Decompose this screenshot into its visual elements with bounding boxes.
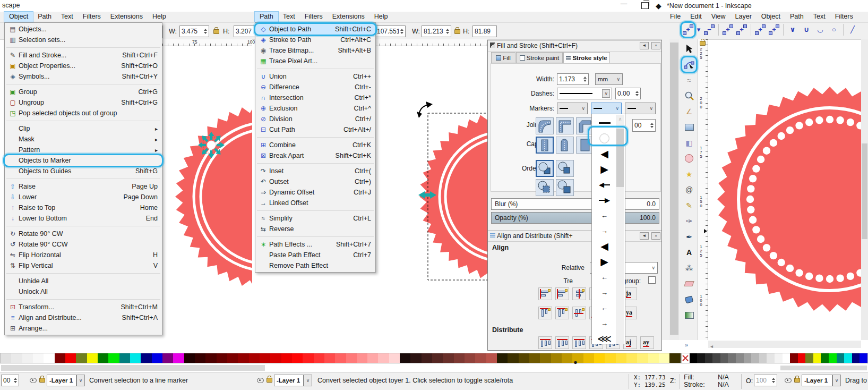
color-swatch[interactable] [173, 353, 184, 363]
order-markers-fill-stroke-button[interactable] [536, 179, 554, 196]
menu-item-unlock-all[interactable]: Unlock All [5, 286, 162, 297]
menubar-item-layer[interactable]: Layer [731, 12, 757, 22]
color-swatch[interactable] [744, 353, 752, 363]
w3-badge-dot[interactable] [746, 196, 754, 203]
menu-item-combine[interactable]: ⊞CombineCtrl+K [255, 140, 375, 150]
w2-lock-ratio-icon[interactable] [454, 29, 460, 34]
menu-item-stroke-to-path[interactable]: ◈Stroke to PathCtrl+Alt+C [255, 35, 375, 45]
w3-fill-label[interactable]: Fill: [684, 374, 694, 381]
w3-badge-dot[interactable] [847, 118, 854, 126]
color-swatch[interactable] [540, 353, 551, 363]
order-fill-stroke-markers-button[interactable] [536, 160, 554, 177]
width-unit-dropdown[interactable]: mm∨ [595, 73, 623, 85]
color-swatch[interactable] [195, 353, 205, 363]
eraser-tool[interactable] [682, 277, 696, 291]
menu-item-trace-pixel-art[interactable]: ▦Trace Pixel Art... [255, 56, 375, 66]
color-swatch[interactable] [87, 353, 98, 363]
w3-badge-dot[interactable] [749, 175, 757, 182]
distribute-centers-horizontally-button[interactable] [555, 336, 569, 349]
menu-item-align-and-distribute[interactable]: ≡Align and Distribute...Shift+Ctrl+A [5, 312, 162, 323]
color-swatch[interactable] [486, 353, 497, 363]
line-to-curve-button[interactable]: ╱ [846, 23, 859, 37]
align-dock-button[interactable]: ◄ [640, 232, 649, 240]
menu-item-rotate-90-ccw[interactable]: ↺Rotate 90° CCW [5, 239, 162, 250]
color-swatch[interactable] [44, 353, 54, 363]
color-swatch[interactable] [767, 353, 775, 363]
w3-badge-dot[interactable] [795, 269, 803, 276]
color-swatch[interactable] [798, 353, 806, 363]
corner-node-button[interactable]: ∨ [786, 23, 799, 37]
text-tool[interactable]: A [682, 245, 696, 260]
marker-option-marker-arrow-tiny-end[interactable]: ← [592, 300, 616, 316]
menubar-item-filters[interactable]: Filters [830, 12, 858, 22]
w3-layer-lock-icon[interactable] [794, 378, 800, 383]
tab-fill[interactable]: Fill [491, 52, 515, 63]
menu-item-pattern[interactable]: Pattern▸ [5, 145, 162, 155]
menu-item-simplify[interactable]: ≈SimplifyCtrl+L [255, 213, 375, 224]
w3-vertical-scrollbar[interactable] [861, 39, 868, 340]
color-swatch[interactable] [775, 353, 783, 363]
w3-badge-dot[interactable] [778, 132, 785, 140]
marker-option-marker-arrow-small-end[interactable]: ← [592, 208, 616, 223]
dialog-header[interactable]: Fill and Stroke (Shift+Ctrl+F) ◄ × [488, 40, 661, 52]
menu-item-exclusion[interactable]: ⊕ExclusionCtrl+^ [255, 103, 375, 114]
menu-item-inset[interactable]: ↷InsetCtrl+( [255, 166, 375, 176]
stroke-width-spinbox[interactable]: 1.173 [557, 73, 589, 85]
color-swatch[interactable] [119, 353, 130, 363]
color-swatch[interactable] [55, 353, 65, 363]
color-swatch[interactable] [378, 353, 389, 363]
symmetric-node-button[interactable]: ◡ [814, 23, 827, 37]
color-swatch[interactable] [238, 353, 248, 363]
align-panel-header[interactable]: Align and Distribute (Shift+ ◄ × [488, 230, 661, 242]
w3-badge-dot[interactable] [826, 275, 833, 283]
spiral-tool[interactable]: @ [682, 183, 696, 197]
delete-node-button[interactable]: − [703, 23, 716, 37]
menu-item-rotate-90-cw[interactable]: ↻Rotate 90° CW [5, 228, 162, 239]
color-swatch[interactable] [303, 353, 313, 363]
paint-bucket-tool[interactable] [682, 292, 696, 307]
color-swatch[interactable] [508, 353, 518, 363]
color-swatch[interactable] [605, 353, 615, 363]
gradient-tool[interactable] [682, 308, 696, 323]
w2-layer-selector[interactable]: -Layer 1 [274, 375, 304, 386]
palette-scroll-right-icon[interactable]: » [685, 342, 688, 348]
w1-badge-shape[interactable] [175, 104, 252, 290]
w3-badge-dot[interactable] [815, 275, 823, 282]
color-swatch[interactable] [712, 353, 720, 363]
color-swatch[interactable] [389, 353, 400, 363]
color-swatch[interactable] [227, 353, 238, 363]
w3-badge-dot[interactable] [752, 226, 760, 233]
mid-marker-dropdown[interactable]: ∨ [591, 103, 622, 114]
w2-scrollbar-thumb[interactable] [670, 43, 678, 335]
color-swatch[interactable] [659, 353, 669, 363]
smooth-node-button[interactable]: ∪ [800, 23, 813, 37]
menu-item-fill-and-stroke[interactable]: ✎Fill and Stroke...Shift+Ctrl+F [5, 50, 162, 61]
color-swatch[interactable] [141, 353, 151, 363]
color-swatch[interactable] [705, 353, 713, 363]
color-swatch[interactable] [162, 353, 173, 363]
menu-item-ungroup[interactable]: ▢UngroupShift+Ctrl+G [5, 97, 162, 108]
color-swatch[interactable] [217, 353, 227, 363]
menu-item-raise-to-top[interactable]: ↑Raise to TopHome [5, 202, 162, 213]
menu-item-lower[interactable]: ⇩LowerPage Down [5, 192, 162, 202]
menu-item-pop-selected-objects-out-of-group[interactable]: ◳Pop selected objects out of group [5, 108, 162, 118]
w2-layer-dropdown-button[interactable]: ∨ [304, 375, 312, 386]
menu-item-unhide-all[interactable]: Unhide All [5, 276, 162, 286]
w3-badge-dot[interactable] [786, 265, 794, 272]
menubar-item-filters[interactable]: Filters [300, 12, 328, 22]
start-marker-dropdown[interactable]: ∨ [557, 103, 588, 114]
break-path-button[interactable]: + [721, 23, 734, 37]
color-swatch[interactable] [281, 353, 292, 363]
color-swatch[interactable] [829, 353, 837, 363]
color-swatch[interactable] [422, 353, 432, 363]
marker-option-marker-none-dash[interactable] [592, 115, 616, 131]
color-swatch[interactable] [648, 353, 659, 363]
color-swatch[interactable] [443, 353, 453, 363]
pen-tool[interactable]: ✑ [682, 214, 696, 228]
w3-horizontal-scrollbar[interactable] [708, 341, 861, 348]
color-swatch[interactable] [583, 353, 594, 363]
insert-node-button[interactable]: + [682, 23, 694, 37]
order-markers-stroke-fill-button[interactable] [556, 179, 574, 196]
menu-item-symbols[interactable]: ◈Symbols...Shift+Ctrl+Y [5, 71, 162, 82]
color-swatch[interactable] [594, 353, 605, 363]
